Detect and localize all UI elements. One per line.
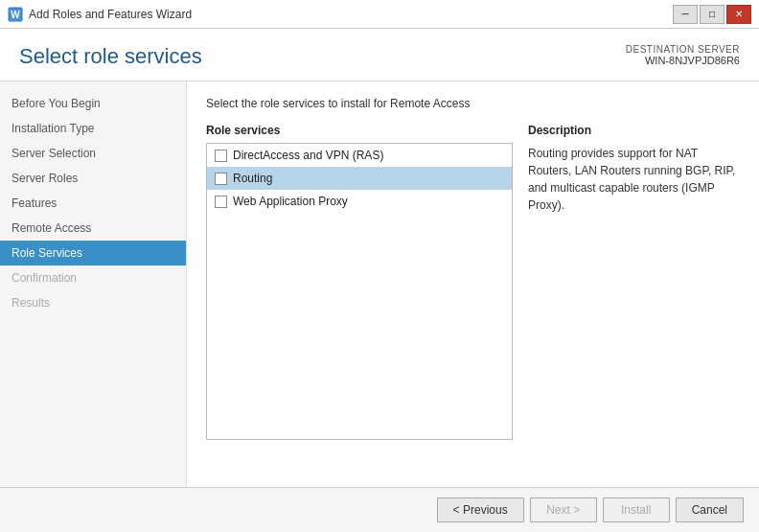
destination-server-name: WIN-8NJVPJD86R6 — [626, 55, 740, 66]
sidebar-item-server-roles[interactable]: Server Roles — [0, 166, 186, 191]
wizard-icon: W — [8, 7, 23, 22]
sidebar: Before You BeginInstallation TypeServer … — [0, 81, 187, 487]
page-title: Select role services — [19, 44, 202, 69]
sidebar-item-remote-access[interactable]: Remote Access — [0, 216, 186, 241]
content: Select the role services to install for … — [187, 81, 759, 487]
description-panel: Description Routing provides support for… — [528, 124, 740, 440]
svg-text:W: W — [11, 10, 20, 20]
title-bar-title: Add Roles and Features Wizard — [29, 8, 192, 21]
role-label-1: Routing — [233, 172, 272, 185]
sidebar-item-role-services[interactable]: Role Services — [0, 241, 186, 266]
maximize-button[interactable]: □ — [700, 5, 724, 24]
description-header: Description — [528, 124, 740, 137]
previous-button[interactable]: < Previous — [437, 497, 524, 522]
title-bar-controls: ─ □ ✕ — [673, 5, 751, 24]
role-label-2: Web Application Proxy — [233, 195, 348, 208]
destination-server: DESTINATION SERVER WIN-8NJVPJD86R6 — [626, 44, 740, 66]
role-checkbox-2[interactable] — [215, 196, 227, 208]
footer: < Previous Next > Install Cancel — [0, 487, 759, 532]
destination-server-label: DESTINATION SERVER — [626, 44, 740, 55]
close-button[interactable]: ✕ — [726, 5, 751, 24]
sidebar-item-installation-type[interactable]: Installation Type — [0, 116, 186, 141]
role-checkbox-1[interactable] — [215, 173, 227, 185]
role-item-0[interactable]: DirectAccess and VPN (RAS) — [207, 144, 512, 167]
role-list: DirectAccess and VPN (RAS)RoutingWeb App… — [206, 143, 513, 440]
header: Select role services DESTINATION SERVER … — [0, 29, 759, 81]
role-panel: Role services DirectAccess and VPN (RAS)… — [206, 124, 740, 440]
role-checkbox-0[interactable] — [215, 150, 227, 162]
next-button[interactable]: Next > — [530, 497, 597, 522]
title-bar-left: W Add Roles and Features Wizard — [8, 7, 192, 22]
body: Before You BeginInstallation TypeServer … — [0, 81, 759, 487]
sidebar-item-features[interactable]: Features — [0, 191, 186, 216]
cancel-button[interactable]: Cancel — [676, 497, 744, 522]
main-window: Select role services DESTINATION SERVER … — [0, 29, 759, 532]
title-bar: W Add Roles and Features Wizard ─ □ ✕ — [0, 0, 759, 29]
sidebar-item-results: Results — [0, 290, 186, 315]
sidebar-item-before-you-begin[interactable]: Before You Begin — [0, 91, 186, 116]
content-subtitle: Select the role services to install for … — [206, 97, 740, 110]
sidebar-item-confirmation: Confirmation — [0, 266, 186, 290]
role-list-container: Role services DirectAccess and VPN (RAS)… — [206, 124, 513, 440]
role-item-1[interactable]: Routing — [207, 167, 512, 190]
sidebar-item-server-selection[interactable]: Server Selection — [0, 141, 186, 166]
description-text: Routing provides support for NAT Routers… — [528, 145, 740, 214]
minimize-button[interactable]: ─ — [673, 5, 698, 24]
role-label-0: DirectAccess and VPN (RAS) — [233, 149, 383, 162]
role-item-2[interactable]: Web Application Proxy — [207, 190, 512, 213]
role-list-header: Role services — [206, 124, 513, 137]
install-button[interactable]: Install — [603, 497, 670, 522]
